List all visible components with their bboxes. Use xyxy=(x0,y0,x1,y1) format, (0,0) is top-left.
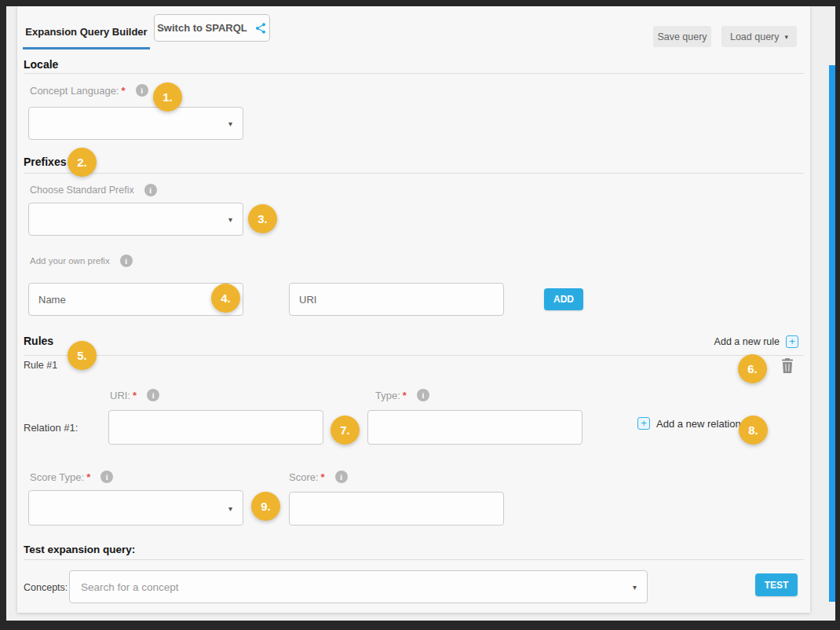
share-icon xyxy=(254,22,267,35)
trash-icon xyxy=(781,358,794,373)
required-marker: * xyxy=(86,471,90,483)
concept-language-label: Concept Language: xyxy=(30,85,119,97)
chevron-down-icon: ▾ xyxy=(228,504,232,512)
annotation-badge-4: 4. xyxy=(211,284,240,313)
chevron-down-icon: ▾ xyxy=(633,583,637,592)
save-query-label: Save query xyxy=(657,31,707,42)
test-button[interactable]: TEST xyxy=(755,573,798,596)
relation-number-label: Relation #1: xyxy=(24,422,78,434)
tab-label: Expansion Query Builder xyxy=(25,26,147,38)
annotation-badge-5: 5. xyxy=(68,341,97,370)
relation-type-label-row: Type: * i xyxy=(375,389,429,401)
relation-uri-label-row: URI: * i xyxy=(110,389,159,401)
required-marker: * xyxy=(133,390,137,401)
plus-icon: + xyxy=(637,417,650,430)
add-new-rule-button[interactable]: Add a new rule + xyxy=(714,335,798,348)
load-query-button[interactable]: Load query ▾ xyxy=(721,26,797,47)
standard-prefix-label: Choose Standard Prefix xyxy=(30,185,134,196)
tab-expansion-query-builder[interactable]: Expansion Query Builder xyxy=(23,14,150,49)
locale-heading: Locale xyxy=(24,58,58,71)
active-tab-underline xyxy=(23,47,150,49)
own-prefix-label: Add your own prefix xyxy=(30,256,110,266)
annotation-badge-8: 8. xyxy=(739,416,768,445)
load-query-label: Load query xyxy=(730,31,780,42)
relation-uri-label: URI: xyxy=(110,390,130,401)
concept-language-label-row: Concept Language: * i xyxy=(30,84,148,97)
info-icon[interactable]: i xyxy=(136,84,148,97)
standard-prefix-label-row: Choose Standard Prefix i xyxy=(30,184,157,196)
switch-to-sparql-label: Switch to SPARQL xyxy=(157,22,247,34)
add-new-rule-label: Add a new rule xyxy=(714,336,780,347)
score-type-label-row: Score Type: * i xyxy=(30,471,113,483)
relation-uri-input[interactable] xyxy=(108,410,323,445)
standard-prefix-select[interactable]: ▾ xyxy=(28,203,243,236)
required-marker: * xyxy=(121,85,125,97)
relation-type-label: Type: xyxy=(375,390,400,401)
concept-language-select[interactable]: ▾ xyxy=(28,107,243,140)
locale-divider xyxy=(24,73,804,74)
required-marker: * xyxy=(321,471,325,483)
info-icon[interactable]: i xyxy=(147,389,159,401)
add-new-relation-label: Add a new relation xyxy=(656,418,741,430)
rules-divider xyxy=(24,355,804,356)
info-icon[interactable]: i xyxy=(100,471,113,483)
info-icon[interactable]: i xyxy=(144,184,157,196)
save-query-button[interactable]: Save query xyxy=(653,26,711,47)
concept-search-placeholder: Search for a concept xyxy=(81,581,179,593)
annotation-badge-9: 9. xyxy=(251,492,280,521)
query-builder-panel: Expansion Query Builder Switch to SPARQL… xyxy=(17,6,810,613)
prefixes-divider xyxy=(24,173,804,174)
prefix-uri-input[interactable] xyxy=(289,283,504,316)
delete-rule-button[interactable] xyxy=(780,358,795,375)
required-marker: * xyxy=(403,390,407,401)
scrollbar-thumb[interactable] xyxy=(829,65,835,602)
annotation-badge-6: 6. xyxy=(738,354,767,383)
chevron-down-icon: ▾ xyxy=(228,215,232,224)
rules-heading: Rules xyxy=(24,335,53,347)
prefixes-heading: Prefixes xyxy=(24,156,66,168)
info-icon[interactable]: i xyxy=(417,389,429,401)
screen-frame: Expansion Query Builder Switch to SPARQL… xyxy=(0,0,840,630)
concepts-label: Concepts: xyxy=(24,582,68,593)
info-icon[interactable]: i xyxy=(120,255,133,267)
score-label-row: Score: * i xyxy=(289,471,348,483)
score-type-select[interactable]: ▾ xyxy=(28,490,243,526)
score-label: Score: xyxy=(289,471,319,483)
page-background: Expansion Query Builder Switch to SPARQL… xyxy=(6,6,835,621)
own-prefix-label-row: Add your own prefix i xyxy=(30,255,133,267)
rule-title: Rule #1 xyxy=(24,360,57,371)
score-type-label: Score Type: xyxy=(30,471,84,483)
chevron-down-icon: ▾ xyxy=(228,119,232,128)
switch-to-sparql-button[interactable]: Switch to SPARQL xyxy=(154,14,270,42)
test-query-divider xyxy=(24,559,804,560)
score-input[interactable] xyxy=(289,492,504,526)
annotation-badge-1: 1. xyxy=(153,82,182,112)
plus-icon: + xyxy=(786,335,798,348)
relation-type-input[interactable] xyxy=(367,410,583,445)
add-new-relation-button[interactable]: + Add a new relation xyxy=(637,417,741,430)
annotation-badge-7: 7. xyxy=(331,416,360,445)
concept-search-select[interactable]: Search for a concept ▾ xyxy=(69,570,648,603)
annotation-badge-3: 3. xyxy=(248,204,277,233)
caret-down-icon: ▾ xyxy=(785,33,789,41)
annotation-badge-2: 2. xyxy=(68,148,97,177)
test-query-heading: Test expansion query: xyxy=(24,544,135,555)
add-prefix-button[interactable]: ADD xyxy=(544,288,583,310)
info-icon[interactable]: i xyxy=(335,471,348,483)
